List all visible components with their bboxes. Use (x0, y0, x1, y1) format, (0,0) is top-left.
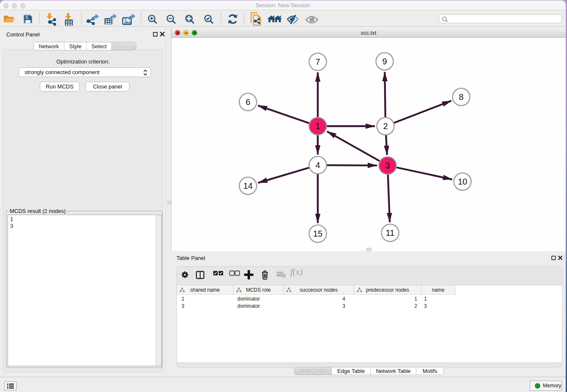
svg-text:6: 6 (245, 97, 250, 107)
svg-text:11: 11 (386, 228, 395, 237)
svg-text:1: 1 (315, 121, 320, 131)
svg-text:8: 8 (459, 92, 463, 102)
svg-text:f(x): f(x) (290, 267, 303, 277)
svg-text:9: 9 (382, 57, 387, 66)
svg-text:10: 10 (458, 177, 467, 186)
svg-text:7: 7 (315, 57, 320, 66)
svg-text:3: 3 (385, 161, 390, 170)
svg-text:4: 4 (315, 160, 320, 170)
svg-text:14: 14 (243, 181, 253, 190)
svg-text:15: 15 (313, 229, 322, 238)
svg-text:2: 2 (383, 121, 388, 131)
